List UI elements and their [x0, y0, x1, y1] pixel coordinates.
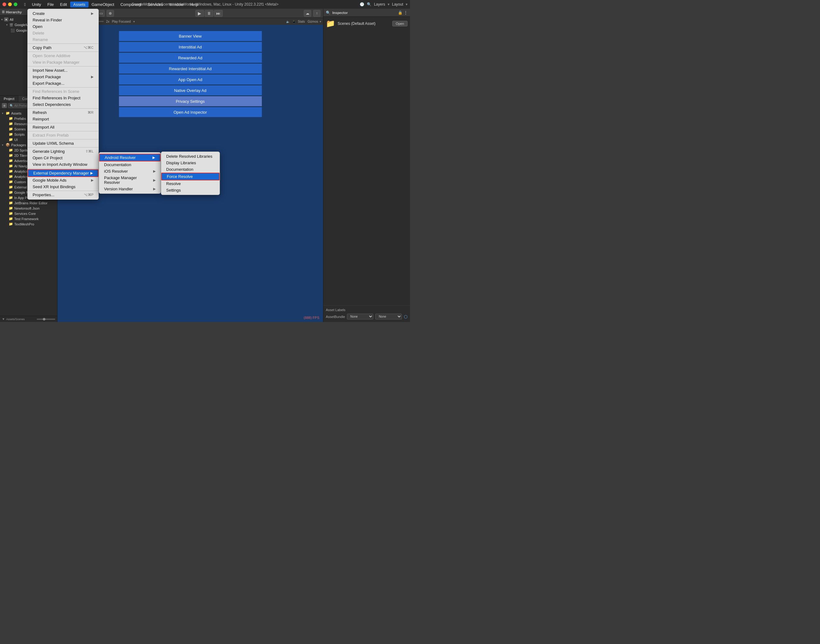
vr-icon[interactable]: 📱: [292, 20, 296, 23]
menu-unity[interactable]: Unity: [29, 2, 45, 8]
stats-label[interactable]: Stats: [298, 20, 305, 23]
play-focused-label: Play Focused: [112, 20, 131, 23]
cm-copy-path[interactable]: Copy Path ⌥⌘C: [28, 44, 98, 51]
add-asset-button[interactable]: +: [2, 103, 7, 108]
tree-assets-label: Assets: [11, 112, 21, 115]
asset-bundle-icon: ⬡: [404, 314, 407, 319]
cm-open-csharp[interactable]: Open C# Project: [28, 155, 98, 161]
menu-file[interactable]: File: [44, 2, 57, 8]
cm-sep-6: [28, 123, 98, 123]
banner-view-button[interactable]: Banner View: [119, 31, 262, 41]
menu-edit[interactable]: Edit: [57, 2, 70, 8]
tree-pkg-label-14: TextMeshPro: [14, 222, 34, 226]
rewarded-interstitial-button[interactable]: Rewarded Interstitial Ad: [119, 64, 262, 74]
cm-import-package[interactable]: Import Package ▶: [28, 74, 98, 80]
title-bar-right: 🕐 🔍 Layers ▾ Layout ▾: [360, 2, 407, 6]
cm-generate-lighting[interactable]: Generate Lighting ⇧⌘L: [28, 148, 98, 155]
pause-button[interactable]: ⏸: [205, 10, 213, 17]
cm-google-mobile-ads[interactable]: Google Mobile Ads ▶: [28, 177, 98, 184]
inspector-title: Inspector: [332, 11, 348, 15]
cm-resolve[interactable]: Resolve: [161, 180, 220, 187]
cm-android-documentation[interactable]: Documentation: [161, 166, 220, 173]
cm-sep-8: [28, 139, 98, 140]
tab-project[interactable]: Project: [0, 96, 18, 102]
play-button[interactable]: ▶: [195, 10, 204, 17]
tree-pkg-10[interactable]: 📁 JetBrains Rider Editor: [0, 200, 57, 205]
cm-import-new-asset[interactable]: Import New Asset...: [28, 67, 98, 74]
scene-right-icons: 🔈 📱 Stats Gizmos ▾: [286, 20, 321, 23]
menu-assets[interactable]: Assets: [70, 2, 89, 8]
minimize-button[interactable]: [8, 3, 12, 6]
cm-sep-10: [28, 168, 98, 169]
cm-open[interactable]: Open: [28, 23, 98, 30]
cm-reimport-all[interactable]: Reimport All: [28, 124, 98, 130]
tree-pkg-13[interactable]: 📁 Test Framework: [0, 216, 57, 221]
asset-labels-section: Asset Labels AssetBundle None None ⬡: [323, 305, 410, 322]
cm-create[interactable]: Create ▶: [28, 10, 98, 17]
assets-context-menu[interactable]: Create ▶ Reveal in Finder Open Delete Re…: [27, 9, 99, 200]
cm-settings[interactable]: Settings: [161, 187, 220, 193]
tree-pkg-12[interactable]: 📁 Services Core: [0, 211, 57, 216]
cm-export-package[interactable]: Export Package...: [28, 80, 98, 87]
title-bar:  Unity File Edit Assets GameObject Comp…: [0, 0, 410, 9]
menu-gameobject[interactable]: GameObject: [89, 2, 117, 8]
tree-prefabs-label: Prefabs: [14, 117, 26, 121]
cm-display-libraries[interactable]: Display Libraries: [161, 159, 220, 166]
asset-bundle-select[interactable]: None: [347, 314, 374, 319]
menu-apple[interactable]: : [21, 2, 29, 8]
cm-sep-4: [28, 87, 98, 87]
asset-bundle-label: AssetBundle: [326, 315, 345, 319]
edm-submenu[interactable]: Android Resolver ▶ Documentation iOS Res…: [99, 152, 161, 194]
project-path: Assets/Scenes: [6, 317, 25, 321]
open-ad-inspector-button[interactable]: Open Ad Inspector: [119, 107, 262, 117]
cm-ios-resolver[interactable]: iOS Resolver ▶: [99, 168, 161, 175]
cm-sep-9: [28, 147, 98, 147]
cm-seed-xr[interactable]: Seed XR Input Bindings: [28, 184, 98, 190]
native-overlay-button[interactable]: Native Overlay Ad: [119, 85, 262, 95]
cm-android-resolver[interactable]: Android Resolver ▶: [99, 154, 161, 161]
asset-bundle-variant-select[interactable]: None: [375, 314, 402, 319]
app-open-ad-button[interactable]: App Open Ad: [119, 75, 262, 84]
cm-properties[interactable]: Properties... ⌥⌘P: [28, 192, 98, 198]
traffic-lights: [3, 3, 17, 6]
cm-sep-2: [28, 52, 98, 52]
cm-delete-resolved[interactable]: Delete Resolved Libraries: [161, 153, 220, 159]
inspector-panel: 🔍 Inspector 🔒 ⋮ 📁 Scenes (Default Asset)…: [323, 9, 410, 322]
maximize-button[interactable]: [14, 3, 17, 6]
mute-icon[interactable]: 🔈: [286, 20, 290, 23]
interstitial-ad-button[interactable]: Interstitial Ad: [119, 42, 262, 52]
inspector-open-button[interactable]: Open: [392, 21, 407, 26]
cm-reimport[interactable]: Reimport: [28, 116, 98, 122]
transform-tool[interactable]: ⊕: [106, 10, 114, 17]
inspector-content: 📁 Scenes (Default Asset) Open: [323, 17, 410, 305]
rewarded-ad-button[interactable]: Rewarded Ad: [119, 53, 262, 63]
privacy-settings-button[interactable]: Privacy Settings: [119, 96, 262, 106]
cm-reveal-finder[interactable]: Reveal in Finder: [28, 17, 98, 23]
tree-pkg-label-11: Newtonsoft Json: [14, 207, 40, 210]
cm-update-uxml[interactable]: Update UXML Schema: [28, 140, 98, 147]
cm-edm-documentation[interactable]: Documentation: [99, 161, 161, 168]
asset-folder-icon: 📁: [326, 19, 335, 28]
collab-button[interactable]: ↑: [313, 10, 321, 17]
cloud-button[interactable]: ☁: [304, 10, 311, 17]
cm-refresh[interactable]: Refresh ⌘R: [28, 109, 98, 116]
inspector-icon: 🔍: [326, 11, 330, 15]
step-button[interactable]: ⏭: [214, 10, 223, 17]
asset-bundle-row: AssetBundle None None ⬡: [326, 314, 407, 319]
inspector-more-icon[interactable]: ⋮: [404, 11, 407, 15]
android-resolver-submenu[interactable]: Delete Resolved Libraries Display Librar…: [161, 152, 220, 195]
close-button[interactable]: [3, 3, 6, 6]
tree-pkg-label-10: JetBrains Rider Editor: [14, 201, 48, 205]
cm-view-import-activity[interactable]: View in Import Activity Window: [28, 161, 98, 168]
tree-pkg-11[interactable]: 📁 Newtonsoft Json: [0, 205, 57, 211]
lock-icon[interactable]: 🔒: [398, 11, 402, 15]
gizmos-label[interactable]: Gizmos: [307, 20, 318, 23]
cm-select-dependencies[interactable]: Select Dependencies: [28, 101, 98, 108]
cm-find-refs-project[interactable]: Find References In Project: [28, 95, 98, 101]
cm-edm[interactable]: External Dependency Manager ▶: [28, 169, 98, 177]
zoom-slider[interactable]: [37, 319, 55, 320]
cm-force-resolve[interactable]: Force Resolve: [161, 173, 220, 180]
tree-pkg-14[interactable]: 📁 TextMeshPro: [0, 221, 57, 227]
cm-version-handler[interactable]: Version Handler ▶: [99, 186, 161, 192]
cm-package-manager-resolver[interactable]: Package Manager Resolver ▶: [99, 175, 161, 186]
